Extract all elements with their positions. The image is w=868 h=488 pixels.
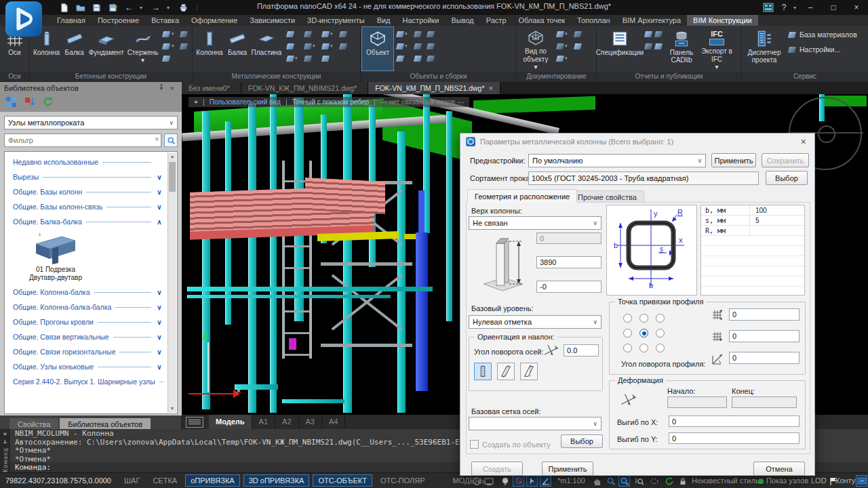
ribbon-tab[interactable]: Построение xyxy=(92,15,145,26)
apply-button[interactable]: Применить xyxy=(542,462,593,476)
chevron-icon[interactable]: ∨ xyxy=(155,348,163,356)
mini-tool-icon[interactable] xyxy=(302,41,313,51)
cursor-mode-icon[interactable] xyxy=(526,475,538,487)
mini-tool-icon[interactable] xyxy=(161,29,172,39)
chevron-icon[interactable]: ∨ xyxy=(155,333,163,341)
base-grid-select[interactable] xyxy=(469,417,601,430)
filter-clear-icon[interactable]: × xyxy=(155,136,159,143)
chevron-icon[interactable]: ∨ xyxy=(155,174,163,181)
close-button[interactable]: × xyxy=(845,0,868,15)
monitor-small-icon[interactable] xyxy=(483,475,494,487)
status-toggle[interactable]: оПРИВЯЗКА xyxy=(185,474,240,487)
mini-tool-icon[interactable] xyxy=(572,29,583,39)
chevron-icon[interactable]: ∨ xyxy=(155,319,163,326)
pan-hand-icon[interactable] xyxy=(591,475,603,487)
orientation-inclined-button[interactable] xyxy=(497,363,515,380)
status-toggle[interactable]: ОТС-ОБЪЕКТ xyxy=(313,474,372,487)
status-toggle[interactable]: ОТС-ПОЛЯР xyxy=(376,475,430,486)
library-group[interactable]: Общие. Базы колонн-связь ∨ xyxy=(5,199,166,214)
zoom-extents-icon[interactable] xyxy=(633,475,645,487)
ribbon-tab[interactable]: Вывод xyxy=(445,15,479,26)
pin-icon[interactable] xyxy=(156,84,167,92)
library-group[interactable]: Общие. Связи вертикальные ∨ xyxy=(5,329,166,344)
lightbulb-off-icon[interactable] xyxy=(513,475,524,487)
mini-tool-icon[interactable] xyxy=(653,29,663,39)
chevron-icon[interactable]: ∨ xyxy=(155,188,163,196)
document-tab[interactable]: FOK-VN_КМ_ПМ_П_NBS21.dwg*× xyxy=(368,82,500,94)
steel-column-button[interactable]: Колонна xyxy=(194,27,225,70)
view-by-object-button[interactable]: Вид по объекту ▾ xyxy=(518,27,553,70)
mini-tool-icon[interactable] xyxy=(555,29,565,39)
tab-other-properties[interactable]: Прочие свойства xyxy=(570,190,644,203)
add-view-button[interactable]: + xyxy=(194,98,198,106)
layout-menu-icon[interactable] xyxy=(186,417,203,428)
tab-geometry[interactable]: Геометрия и расположение xyxy=(467,189,577,203)
panel-close-icon[interactable]: × xyxy=(167,84,178,92)
status-toggle[interactable]: 3D оПРИВЯЗКА xyxy=(243,474,310,487)
library-group[interactable]: Общие. Прогоны кровли ∨ xyxy=(5,314,166,329)
help-dropdown-icon[interactable]: ▾ xyxy=(791,0,799,15)
cancel-button[interactable]: Отмена xyxy=(753,462,805,476)
chevron-icon[interactable]: ∨ xyxy=(155,203,163,211)
anchor-point-radio[interactable] xyxy=(639,344,648,352)
library-group[interactable]: Общие. Связи горизонтальные ∨ xyxy=(5,344,166,359)
bottom-offset-input[interactable] xyxy=(536,281,601,293)
view-name-control[interactable]: Пользовательский вид xyxy=(210,98,281,106)
maximize-button[interactable]: □ xyxy=(822,0,845,15)
library-group[interactable]: Общие. Узлы коньковые ∨ xyxy=(5,359,166,374)
mini-tool-icon[interactable] xyxy=(555,41,565,51)
mini-tool-icon[interactable] xyxy=(161,54,172,63)
display-mode-control[interactable]: Точный с показом ребер xyxy=(292,98,369,106)
ribbon-tab[interactable]: Настройки xyxy=(397,15,446,26)
mini-tool-icon[interactable] xyxy=(338,29,348,39)
profile-param-row[interactable]: b, мм 100 xyxy=(701,205,804,216)
ribbon-tab[interactable]: Облака точек xyxy=(513,15,572,26)
filter-input[interactable] xyxy=(4,134,161,147)
zoom-window-icon[interactable] xyxy=(618,475,630,487)
help-button[interactable]: ? xyxy=(777,0,791,15)
rod-button[interactable]: Стержень ▾ xyxy=(125,27,160,70)
library-item[interactable]: 1 2 01 Подрезка Двутавр-двутавр xyxy=(16,230,96,282)
library-group[interactable]: Общие. Колонна-балка-балка ∨ xyxy=(5,300,166,314)
bend-x-input[interactable] xyxy=(669,415,800,427)
library-group[interactable]: Серия 2.440-2. Выпуск 1. Шарнирные узлы … xyxy=(5,374,166,389)
layout-tab[interactable]: Модель xyxy=(209,415,252,429)
lock-icon[interactable] xyxy=(677,475,688,487)
base-level-select[interactable]: Нулевая отметка xyxy=(469,315,601,329)
minimize-button[interactable]: – xyxy=(799,0,822,15)
mini-tool-icon[interactable] xyxy=(395,41,405,51)
mini-tool-icon[interactable] xyxy=(395,54,405,63)
sortament-select-button[interactable]: Выбор xyxy=(766,171,808,185)
mini-tool-icon[interactable] xyxy=(425,29,435,39)
lightbulb-on-icon[interactable] xyxy=(499,475,511,487)
grid-select-button[interactable]: Выбор xyxy=(561,434,603,448)
scale-display[interactable]: *m1:100 xyxy=(557,476,585,485)
model-space-icon[interactable] xyxy=(471,475,482,487)
object-button[interactable]: Объект xyxy=(362,27,393,70)
layout-tab[interactable]: A3 xyxy=(299,415,322,429)
mini-tool-icon[interactable] xyxy=(320,41,330,51)
ribbon-tab[interactable]: 3D-инструменты xyxy=(301,15,371,26)
tab-close-icon[interactable]: × xyxy=(489,82,493,94)
library-scrollbar[interactable]: ▲ ▼ xyxy=(167,152,176,413)
cadlib-panel-button[interactable]: Панель CADlib xyxy=(665,27,698,70)
status-toggle[interactable]: ШАГ xyxy=(119,475,144,486)
mini-tool-icon[interactable] xyxy=(161,41,172,51)
concrete-beam-button[interactable]: Балка xyxy=(62,27,87,70)
project-manager-button[interactable]: Диспетчер проекта xyxy=(743,27,785,70)
library-group[interactable]: Вырезы ∨ xyxy=(5,169,166,184)
refresh-icon[interactable] xyxy=(42,96,54,110)
mini-tool-icon[interactable] xyxy=(285,41,295,51)
anchor-point-radio[interactable] xyxy=(656,329,665,338)
apply-preset-button[interactable]: Применить xyxy=(711,153,756,167)
steel-beam-button[interactable]: Балка xyxy=(225,27,250,70)
layout-tab[interactable]: A2 xyxy=(275,415,298,429)
workspace-icon[interactable] xyxy=(760,0,777,15)
anchor-point-radio[interactable] xyxy=(623,329,632,338)
chevron-icon[interactable]: ∨ xyxy=(155,289,163,296)
mini-tool-icon[interactable] xyxy=(412,29,422,39)
orbit-icon[interactable] xyxy=(663,475,675,487)
document-tab[interactable]: FOK-VN_КЖ_ПМ_NBIMS21.dwg* xyxy=(241,82,369,94)
ribbon-tab[interactable]: Главная xyxy=(51,15,92,26)
presets-select[interactable]: По умолчанию xyxy=(528,154,706,167)
